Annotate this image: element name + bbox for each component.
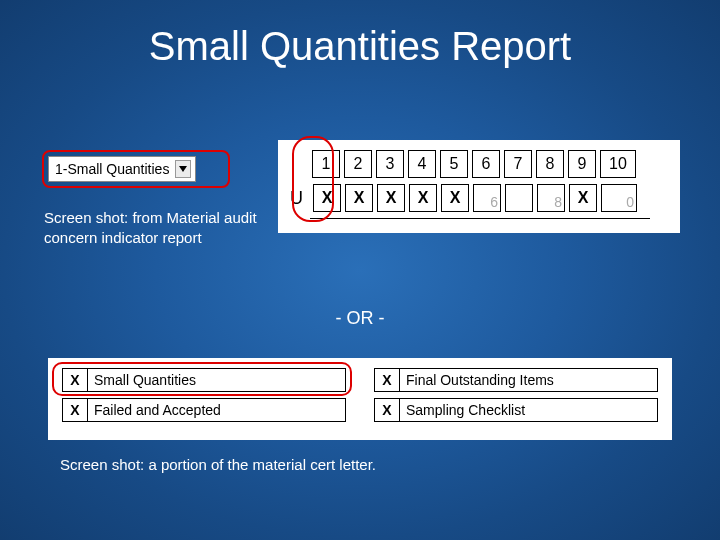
option-label: Final Outstanding Items — [400, 368, 658, 392]
options-panel: X Small Quantities X Failed and Accepted… — [48, 358, 672, 440]
row-label-u: U — [290, 188, 303, 209]
grid-value-row: U X X X X X 6 8 X 0 — [290, 184, 668, 212]
grid-mark-cell[interactable]: 0 — [601, 184, 637, 212]
grid-header-cell: 3 — [376, 150, 404, 178]
grid-mark-cell[interactable]: 8 — [537, 184, 565, 212]
grid-header-cell: 8 — [536, 150, 564, 178]
dropdown-value: 1-Small Quantities — [55, 161, 169, 177]
option-checkbox[interactable]: X — [62, 368, 88, 392]
grid-header-cell: 1 — [312, 150, 340, 178]
grid-header-cell: 6 — [472, 150, 500, 178]
option-label: Failed and Accepted — [88, 398, 346, 422]
table-row: X Failed and Accepted — [62, 398, 346, 422]
grid-mark-cell[interactable]: X — [345, 184, 373, 212]
grid-header-cell: 4 — [408, 150, 436, 178]
grid-mark-cell[interactable]: X — [569, 184, 597, 212]
grid-header-row: 1 2 3 4 5 6 7 8 9 10 — [312, 150, 668, 178]
grid-header-cell: 2 — [344, 150, 372, 178]
grid-mark-cell[interactable]: X — [441, 184, 469, 212]
grid-header-cell: 10 — [600, 150, 636, 178]
grid-mark-cell[interactable]: 6 — [473, 184, 501, 212]
or-separator: - OR - — [0, 308, 720, 329]
caption-2: Screen shot: a portion of the material c… — [60, 456, 376, 473]
table-row: X Final Outstanding Items — [374, 368, 658, 392]
option-label: Small Quantities — [88, 368, 346, 392]
option-checkbox[interactable]: X — [62, 398, 88, 422]
grid-mark-cell[interactable]: X — [409, 184, 437, 212]
chevron-down-icon — [175, 160, 191, 178]
caption-1: Screen shot: from Material audit concern… — [44, 208, 274, 249]
table-row: X Sampling Checklist — [374, 398, 658, 422]
small-quantities-dropdown[interactable]: 1-Small Quantities — [48, 156, 196, 182]
grid-underline — [310, 218, 650, 219]
option-label: Sampling Checklist — [400, 398, 658, 422]
slide-title: Small Quantities Report — [0, 0, 720, 69]
grid-header-cell: 9 — [568, 150, 596, 178]
grid-header-cell: 7 — [504, 150, 532, 178]
table-row: X Small Quantities — [62, 368, 346, 392]
indicator-grid-panel: 1 2 3 4 5 6 7 8 9 10 U X X X X X 6 8 X 0 — [278, 140, 680, 233]
option-checkbox[interactable]: X — [374, 368, 400, 392]
grid-mark-cell[interactable]: X — [313, 184, 341, 212]
grid-mark-cell[interactable]: X — [377, 184, 405, 212]
grid-mark-cell[interactable] — [505, 184, 533, 212]
grid-header-cell: 5 — [440, 150, 468, 178]
option-checkbox[interactable]: X — [374, 398, 400, 422]
